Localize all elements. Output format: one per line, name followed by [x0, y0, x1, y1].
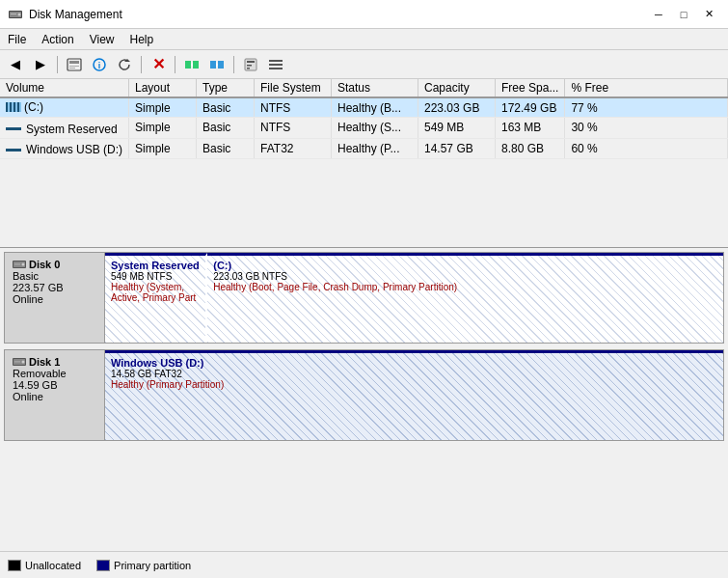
disk-row-0: Disk 0 Basic 223.57 GB Online System Res…: [4, 252, 724, 344]
toolbar-sep-2: [141, 56, 142, 73]
col-filesystem[interactable]: File System: [255, 79, 332, 97]
svg-rect-21: [269, 60, 283, 62]
col-capacity[interactable]: Capacity: [418, 79, 496, 97]
cell-pctfree: 60 %: [565, 138, 728, 159]
disk-0-partitions: System Reserved 549 MB NTFS Healthy (Sys…: [105, 252, 724, 344]
menu-bar: File Action View Help: [0, 29, 728, 50]
svg-rect-4: [67, 59, 81, 70]
legend-primary-box: [96, 560, 110, 571]
menu-help[interactable]: Help: [122, 31, 162, 48]
shrink-button[interactable]: [205, 53, 229, 76]
cell-freespace: 172.49 GB: [496, 97, 565, 118]
cell-pctfree: 30 %: [565, 118, 728, 139]
properties-button[interactable]: i: [88, 53, 111, 76]
menu-action[interactable]: Action: [34, 31, 81, 48]
legend-unallocated-label: Unallocated: [25, 560, 81, 571]
col-status[interactable]: Status: [332, 79, 418, 97]
disk-0-size: 223.57 GB: [13, 282, 96, 293]
svg-rect-22: [269, 64, 283, 66]
svg-rect-11: [185, 61, 191, 69]
partition-d[interactable]: Windows USB (D:) 14.58 GB FAT32 Healthy …: [105, 350, 723, 440]
partition-c[interactable]: (C:) 223.03 GB NTFS Healthy (Boot, Page …: [207, 253, 723, 343]
app-icon: [8, 7, 23, 22]
volume-icon: [6, 102, 21, 112]
volume-icon: [6, 149, 21, 151]
partition-c-size: 223.03 GB NTFS: [213, 271, 717, 282]
cell-layout: Simple: [129, 118, 197, 139]
partition-c-status: Healthy (Boot, Page File, Crash Dump, Pr…: [213, 282, 717, 292]
svg-rect-23: [269, 68, 283, 69]
forward-button[interactable]: ▶: [29, 53, 52, 76]
legend-unallocated: Unallocated: [8, 560, 81, 571]
window-title: Disk Management: [29, 8, 122, 21]
title-bar: Disk Management ─ □ ✕: [0, 0, 728, 29]
refresh-button[interactable]: [113, 53, 136, 76]
disk-1-type: Removable: [13, 368, 96, 379]
svg-rect-15: [218, 61, 224, 69]
toolbar: ◀ ▶ i ✕: [0, 50, 728, 79]
minimize-button[interactable]: ─: [647, 5, 670, 24]
close-button[interactable]: ✕: [697, 5, 720, 24]
svg-rect-19: [247, 65, 252, 67]
cell-pctfree: 77 %: [565, 97, 728, 118]
svg-marker-13: [191, 62, 193, 68]
svg-rect-14: [210, 61, 216, 69]
svg-rect-31: [14, 362, 20, 363]
cell-volume: Windows USB (D:): [0, 138, 129, 159]
cell-status: Healthy (B...: [332, 97, 418, 118]
cell-capacity: 14.57 GB: [418, 138, 496, 159]
disk-0-label: Disk 0 Basic 223.57 GB Online: [4, 252, 105, 344]
table-row[interactable]: (C:) Simple Basic NTFS Healthy (B... 223…: [0, 97, 728, 118]
svg-rect-20: [247, 68, 250, 69]
toolbar-sep-1: [57, 56, 58, 73]
legend-primary-label: Primary partition: [114, 560, 191, 571]
col-type[interactable]: Type: [197, 79, 255, 97]
table-row[interactable]: System Reserved Simple Basic NTFS Health…: [0, 118, 728, 139]
toolbar-sep-3: [175, 56, 175, 73]
cell-layout: Simple: [129, 138, 197, 159]
cell-status: Healthy (S...: [332, 118, 418, 139]
delete-button[interactable]: ✕: [147, 53, 170, 76]
back-button[interactable]: ◀: [4, 53, 27, 76]
partition-d-size: 14.58 GB FAT32: [111, 369, 717, 379]
disk-0-name: Disk 0: [29, 259, 60, 270]
col-volume[interactable]: Volume: [0, 79, 129, 97]
col-pctfree[interactable]: % Free: [565, 79, 728, 97]
cell-capacity: 549 MB: [418, 118, 496, 139]
more-button[interactable]: [264, 53, 287, 76]
svg-point-30: [22, 361, 25, 364]
disk-1-name: Disk 1: [29, 356, 60, 368]
partition-c-name: (C:): [213, 260, 717, 271]
partition-d-name: Windows USB (D:): [111, 357, 717, 369]
svg-rect-6: [69, 66, 79, 67]
disk-1-icon: [13, 357, 26, 367]
disk-0-icon: [13, 260, 26, 269]
legend-unallocated-box: [8, 560, 21, 571]
partition-sysres[interactable]: System Reserved 549 MB NTFS Healthy (Sys…: [105, 253, 207, 343]
cell-layout: Simple: [129, 97, 197, 118]
svg-rect-5: [69, 61, 79, 64]
cell-fs: NTFS: [255, 97, 332, 118]
col-layout[interactable]: Layout: [129, 79, 197, 97]
extend-button[interactable]: [180, 53, 203, 76]
menu-view[interactable]: View: [82, 31, 122, 48]
volumes-button[interactable]: [63, 53, 86, 76]
svg-rect-7: [69, 68, 75, 69]
diskpart-button[interactable]: [239, 53, 262, 76]
legend-primary: Primary partition: [96, 560, 191, 571]
table-row[interactable]: Windows USB (D:) Simple Basic FAT32 Heal…: [0, 138, 728, 159]
disk-1-status: Online: [13, 391, 96, 402]
svg-marker-16: [216, 62, 218, 68]
disk-0-status: Online: [13, 293, 96, 305]
partition-sysres-name: System Reserved: [111, 260, 200, 271]
maximize-button[interactable]: □: [672, 5, 695, 24]
svg-point-26: [22, 263, 25, 266]
partition-sysres-size: 549 MB NTFS: [111, 271, 200, 282]
volume-icon: [6, 127, 21, 130]
cell-fs: FAT32: [255, 138, 332, 159]
col-freespace[interactable]: Free Spa...: [496, 79, 565, 97]
legend: Unallocated Primary partition: [0, 551, 728, 578]
partition-sysres-status: Healthy (System, Active, Primary Part: [111, 282, 200, 303]
disk-row-1: Disk 1 Removable 14.59 GB Online Windows…: [4, 349, 724, 441]
menu-file[interactable]: File: [0, 31, 34, 48]
